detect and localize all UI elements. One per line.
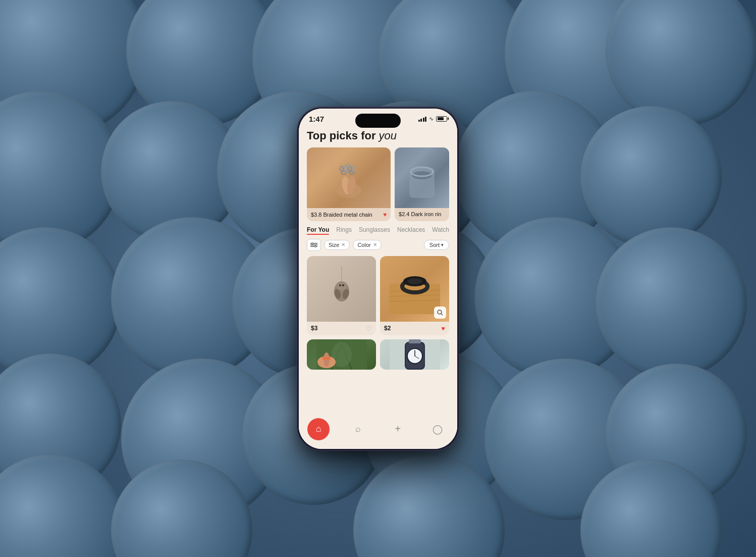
tab-for-you[interactable]: For You	[307, 226, 329, 235]
bottom-nav: ⌂ ⌕ + ◯	[299, 415, 457, 449]
svg-point-8	[345, 164, 350, 167]
product-info-chain: $3.8 Braided metal chain ♥	[307, 208, 391, 221]
home-icon: ⌂	[316, 424, 321, 434]
lens-search-icon[interactable]	[434, 307, 446, 319]
svg-point-10	[352, 166, 355, 171]
app-content: Top picks for you	[299, 126, 457, 441]
svg-point-9	[340, 166, 343, 171]
size-filter-chip[interactable]: Size ✕	[324, 240, 350, 250]
ring-svg	[404, 158, 440, 198]
nav-search[interactable]: ⌕	[347, 418, 369, 440]
top-products-row: $3.8 Braided metal chain ♥	[299, 147, 457, 221]
signal-icon	[418, 116, 427, 122]
nav-home[interactable]: ⌂	[307, 418, 330, 440]
svg-rect-42	[322, 357, 331, 360]
svg-rect-50	[409, 339, 421, 343]
dynamic-island	[355, 114, 401, 128]
chain-price-label: $3.8 Braided metal chain	[311, 212, 372, 218]
pendant-card-bottom: $3 ♡	[307, 322, 376, 335]
battery-icon	[436, 116, 447, 122]
ring-wood-card-bottom: $2 ♥	[380, 322, 449, 335]
ring-image	[395, 147, 449, 208]
tab-sunglasses[interactable]: Sunglasses	[359, 226, 390, 235]
plant-image	[307, 339, 376, 370]
svg-rect-26	[390, 284, 440, 314]
product-card-watch[interactable]	[380, 339, 449, 370]
add-icon: +	[395, 423, 401, 435]
svg-point-34	[438, 310, 442, 314]
page-title-italic: you	[379, 129, 397, 142]
watch-svg	[390, 339, 440, 370]
page-title: Top picks for you	[307, 129, 449, 142]
page-header: Top picks for you	[299, 126, 457, 147]
sort-label: Sort	[429, 242, 440, 248]
status-bar: 1:47 ∿	[299, 109, 457, 126]
ring-wood-image	[380, 256, 449, 322]
lens-icon-svg	[437, 309, 444, 316]
size-filter-label: Size	[329, 242, 339, 248]
watch-image	[380, 339, 449, 370]
status-icons: ∿	[418, 116, 448, 122]
nav-add[interactable]: +	[387, 418, 409, 440]
page-title-prefix: Top picks for	[307, 129, 379, 142]
color-filter-label: Color	[357, 242, 370, 248]
ring-wood-price: $2	[384, 325, 391, 332]
product-info-iron-ring: $2.4 Dark iron rin	[395, 208, 449, 220]
product-grid: $3 ♡	[299, 256, 457, 370]
svg-point-33	[407, 278, 422, 284]
svg-point-21	[337, 282, 347, 290]
wifi-icon: ∿	[429, 116, 434, 122]
color-filter-remove[interactable]: ✕	[373, 242, 377, 247]
tab-necklaces[interactable]: Necklaces	[397, 226, 425, 235]
svg-point-25	[342, 284, 344, 286]
color-filter-chip[interactable]: Color ✕	[353, 240, 381, 250]
svg-point-24	[339, 284, 341, 286]
tab-watch[interactable]: Watch	[432, 226, 449, 235]
chain-image	[307, 147, 391, 208]
product-card-iron-ring[interactable]: $2.4 Dark iron rin	[395, 147, 449, 221]
nav-profile[interactable]: ◯	[426, 418, 449, 440]
svg-point-17	[312, 242, 313, 244]
chain-svg	[329, 158, 369, 198]
product-card-chain[interactable]: $3.8 Braided metal chain ♥	[307, 147, 391, 221]
svg-line-35	[441, 314, 443, 315]
ring-wood-svg	[390, 264, 440, 314]
phone-screen: 1:47 ∿	[299, 109, 457, 449]
phone-frame: 1:47 ∿	[297, 107, 459, 450]
pendant-price: $3	[311, 325, 317, 332]
sort-button[interactable]: Sort ▾	[424, 240, 449, 250]
filter-icon	[310, 242, 317, 247]
plant-svg	[316, 339, 367, 370]
chain-heart-icon[interactable]: ♥	[383, 211, 387, 218]
pendant-svg	[321, 264, 362, 314]
filter-button[interactable]	[307, 239, 321, 251]
status-time: 1:47	[309, 115, 324, 123]
phone-mockup: 1:47 ∿	[297, 107, 459, 450]
tab-rings[interactable]: Rings	[336, 226, 352, 235]
search-icon: ⌕	[355, 424, 361, 434]
svg-point-18	[315, 245, 316, 247]
pendant-image	[307, 256, 376, 322]
size-filter-remove[interactable]: ✕	[341, 242, 345, 247]
filter-bar: Size ✕ Color ✕ Sort ▾	[299, 239, 457, 251]
category-tabs: For You Rings Sunglasses Necklaces Watch	[299, 226, 457, 235]
sort-chevron-icon: ▾	[441, 242, 444, 247]
iron-ring-price-label: $2.4 Dark iron rin	[399, 211, 441, 217]
product-card-plant[interactable]	[307, 339, 376, 370]
product-card-pendant[interactable]: $3 ♡	[307, 256, 376, 335]
product-card-ring-wood[interactable]: $2 ♥	[380, 256, 449, 335]
pendant-heart-icon[interactable]: ♡	[366, 325, 372, 332]
ring-wood-heart-icon[interactable]: ♥	[441, 325, 445, 332]
profile-icon: ◯	[433, 424, 443, 435]
